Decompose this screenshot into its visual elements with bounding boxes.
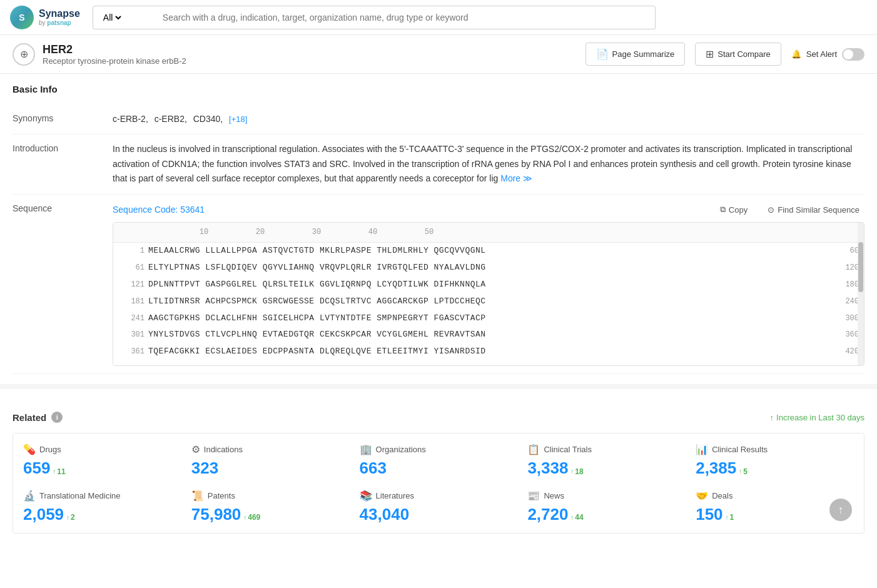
deals-count[interactable]: 150 xyxy=(696,505,722,524)
table-row: 301 YNYLSTDVGS CTLVCPLHNQ EVTAEDGTQR CEK… xyxy=(113,327,864,343)
synonym-2: c-ERB2, xyxy=(155,114,187,124)
seq-data: AAGCTGPKHS DCLACLHFNH SGICELHCPA LVTYNTD… xyxy=(148,312,834,325)
entity-name: HER2 xyxy=(43,43,186,56)
start-compare-button[interactable]: ⊞ Start Compare xyxy=(695,43,781,66)
patents-arrow-icon: ↑ xyxy=(243,514,246,521)
sequence-label: Sequence xyxy=(13,202,113,213)
org-icon: 🏢 xyxy=(360,444,372,455)
seq-num: 1 xyxy=(118,245,144,257)
top-nav: S Synapse by patsnap All xyxy=(0,0,877,35)
set-alert-icon: 🔔 xyxy=(791,49,801,59)
sequence-actions: ⧉ Copy ⊙ Find Similar Sequence xyxy=(715,202,864,217)
sequence-scroll[interactable]: 10 20 30 40 50 1 MELAALCRWG LLLALLPPGA A… xyxy=(113,223,864,365)
clinical-trials-count[interactable]: 3,338 xyxy=(527,459,568,477)
introduction-row: Introduction In the nucleus is involved … xyxy=(13,134,864,195)
synonyms-row: Synonyms c-ERB-2, c-ERB2, CD340, [+18] xyxy=(13,104,864,134)
synonym-3: CD340, xyxy=(193,114,223,124)
clinical-trials-badge: ↑18 xyxy=(570,467,583,476)
search-area: All xyxy=(93,6,656,29)
organizations-count-row: 663 xyxy=(360,459,518,477)
related-section: Related i ↑ Increase in Last 30 days 💊 D… xyxy=(0,402,877,544)
sequence-value: Sequence Code: 53641 ⧉ Copy ⊙ Find Simil… xyxy=(113,202,864,366)
seq-data: TQEFACGKKI ECSLAEIDES EDCPPASNTA DLQREQL… xyxy=(148,345,834,358)
related-title: Related i xyxy=(13,412,63,423)
indication-icon: ⚙ xyxy=(191,444,200,455)
seq-end: 120 xyxy=(834,262,859,274)
entity-info: HER2 Receptor tyrosine-protein kinase er… xyxy=(43,43,186,66)
news-icon: 📰 xyxy=(527,490,540,502)
introduction-value: In the nucleus is involved in transcript… xyxy=(113,142,864,186)
indications-label: Indications xyxy=(204,445,243,454)
page-summarize-button[interactable]: 📄 Page Summarize xyxy=(586,43,686,66)
clinical-results-badge: ↑5 xyxy=(739,467,748,476)
patents-count[interactable]: 75,980 xyxy=(191,505,241,524)
organizations-count[interactable]: 663 xyxy=(360,459,387,477)
clinical-results-label: Clinical Results xyxy=(712,445,768,454)
search-filter-select[interactable]: All xyxy=(101,12,123,23)
search-filter[interactable]: All xyxy=(93,6,155,29)
logo-icon: S xyxy=(10,6,34,29)
seq-data: MELAALCRWG LLLALLPPGA ASTQVCTGTD MKLRLPA… xyxy=(148,245,834,258)
news-arrow-icon: ↑ xyxy=(570,514,574,521)
organizations-header: 🏢 Organizations xyxy=(360,444,518,455)
patents-count-row: 75,980 ↑469 xyxy=(191,505,350,524)
entity-left: ⊕ HER2 Receptor tyrosine-protein kinase … xyxy=(13,43,186,66)
set-alert-toggle[interactable] xyxy=(842,48,864,61)
news-count[interactable]: 2,720 xyxy=(527,505,568,524)
patents-header: 📜 Patents xyxy=(191,490,350,502)
copy-icon: ⧉ xyxy=(720,205,726,215)
literatures-header: 📚 Literatures xyxy=(360,490,518,502)
related-info-icon[interactable]: i xyxy=(51,412,63,423)
table-row: 181 LTLIDTNRSR ACHPCSPMCK GSRCWGESSE DCQ… xyxy=(113,293,864,310)
clinical-results-count-row: 2,385 ↑5 xyxy=(696,459,854,477)
intro-text: In the nucleus is involved in transcript… xyxy=(113,144,852,184)
literatures-count[interactable]: 43,040 xyxy=(360,505,410,524)
sequence-scrollbar[interactable] xyxy=(858,223,864,365)
news-label: News xyxy=(544,491,564,500)
news-header: 📰 News xyxy=(527,490,686,502)
copy-button[interactable]: ⧉ Copy xyxy=(715,202,753,217)
search-input-wrap xyxy=(155,6,656,29)
indications-header: ⚙ Indications xyxy=(191,444,350,455)
table-row: 241 AAGCTGPKHS DCLACLHFNH SGICELHCPA LVT… xyxy=(113,310,864,327)
find-similar-button[interactable]: ⊙ Find Similar Sequence xyxy=(763,203,864,217)
related-grid: 💊 Drugs 659 ↑11 ⚙ Indications 323 xyxy=(13,433,864,534)
related-header: Related i ↑ Increase in Last 30 days xyxy=(13,412,864,423)
clinical-results-count[interactable]: 2,385 xyxy=(696,459,736,477)
seq-end: 360 xyxy=(834,329,859,341)
seq-data: ELTYLPTNAS LSFLQDIQEV QGYVLIAHNQ VRQVPLQ… xyxy=(148,261,834,275)
translational-count[interactable]: 2,059 xyxy=(23,505,64,524)
seq-end: 60 xyxy=(834,245,859,257)
entity-icon: ⊕ xyxy=(13,43,35,66)
sequence-code-link[interactable]: Sequence Code: 53641 xyxy=(113,203,205,216)
synonyms-value: c-ERB-2, c-ERB2, CD340, [+18] xyxy=(113,112,864,126)
drugs-count-row: 659 ↑11 xyxy=(23,459,181,477)
list-item: 📋 Clinical Trials 3,338 ↑18 xyxy=(527,444,686,477)
entity-subtitle: Receptor tyrosine-protein kinase erbB-2 xyxy=(43,56,186,66)
trials-arrow-icon: ↑ xyxy=(570,468,574,475)
indications-count-row: 323 xyxy=(191,459,350,477)
drugs-count[interactable]: 659 xyxy=(23,459,50,477)
seq-num: 121 xyxy=(118,279,144,291)
logo-area: S Synapse by patsnap xyxy=(10,6,80,29)
synonyms-more-link[interactable]: [+18] xyxy=(229,114,247,124)
clinical-trials-header: 📋 Clinical Trials xyxy=(527,444,686,455)
seq-end: 300 xyxy=(834,313,859,325)
indications-count[interactable]: 323 xyxy=(191,459,218,477)
find-similar-icon: ⊙ xyxy=(768,205,774,215)
pill-icon: 💊 xyxy=(23,444,36,455)
list-item: 🏢 Organizations 663 xyxy=(360,444,518,477)
sequence-row: Sequence Sequence Code: 53641 ⧉ Copy ⊙ F… xyxy=(13,195,864,374)
related-content: 💊 Drugs 659 ↑11 ⚙ Indications 323 xyxy=(13,433,864,534)
entity-actions: 📄 Page Summarize ⊞ Start Compare 🔔 Set A… xyxy=(586,43,864,66)
translational-label: Translational Medicine xyxy=(39,491,121,500)
search-input[interactable] xyxy=(163,13,647,23)
sequence-ruler: 10 20 30 40 50 xyxy=(113,223,864,243)
news-badge: ↑44 xyxy=(570,513,583,522)
introduction-more-button[interactable]: More ≫ xyxy=(500,173,532,183)
list-item: 🔬 Translational Medicine 2,059 ↑2 xyxy=(23,490,181,524)
deals-arrow-icon: ↑ xyxy=(725,514,728,521)
entity-header: ⊕ HER2 Receptor tyrosine-protein kinase … xyxy=(0,35,877,74)
page-summarize-icon: 📄 xyxy=(596,48,609,60)
seq-end: 420 xyxy=(834,346,859,358)
